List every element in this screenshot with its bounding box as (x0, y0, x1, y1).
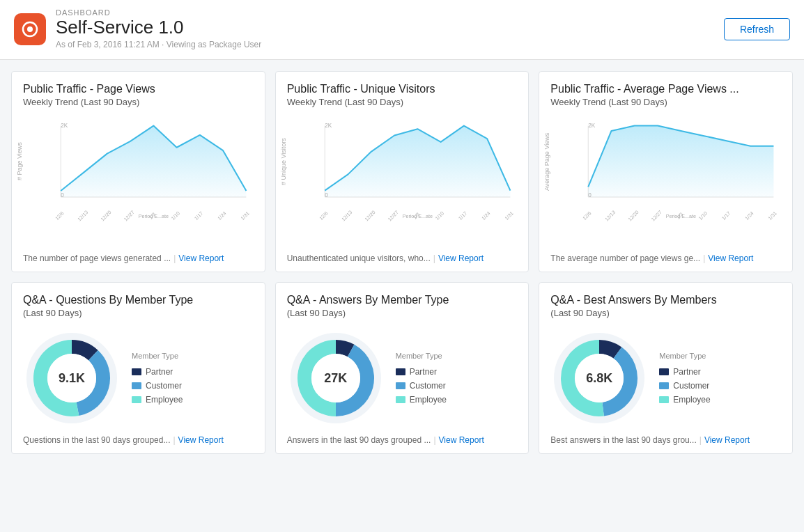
legend-title: Member Type (659, 352, 710, 360)
svg-text:12/27: 12/27 (651, 210, 663, 222)
card-footer: The number of page views generated ... |… (23, 253, 254, 263)
card-footer: The average number of page views ge... |… (550, 253, 781, 263)
donut-wrapper: 6.8K (550, 329, 648, 427)
svg-text:12/20: 12/20 (364, 210, 376, 222)
legend-item: Employee (132, 395, 183, 405)
legend-title: Member Type (132, 352, 183, 360)
footer-text: The average number of page views ge... (550, 253, 700, 263)
card-footer: Unauthenticated unique visitors, who... … (287, 253, 518, 263)
svg-text:12/27: 12/27 (123, 210, 135, 222)
card-qa_answers: Q&A - Answers By Member Type (Last 90 Da… (275, 282, 529, 454)
dashboard-grid: Public Traffic - Page Views Weekly Trend… (0, 60, 804, 465)
card-title: Q&A - Answers By Member Type (287, 294, 518, 306)
dashboard-label: DASHBOARD (56, 8, 261, 17)
footer-text: Best answers in the last 90 days grou... (550, 435, 696, 445)
donut-wrapper: 9.1K (23, 329, 121, 427)
footer-separator: | (433, 435, 435, 445)
svg-text:1/17: 1/17 (721, 211, 732, 222)
dashboard-meta: As of Feb 3, 2016 11:21 AM · Viewing as … (56, 40, 261, 49)
line-chart-svg: 12/612/1312/2012/271/31/101/171/241/31 2… (54, 113, 254, 224)
donut-center-value: 6.8K (586, 371, 612, 386)
y-axis-label: # Unique Visitors (280, 120, 287, 203)
legend-swatch (396, 396, 405, 403)
svg-text:12/13: 12/13 (77, 210, 89, 222)
svg-text:1/17: 1/17 (457, 211, 468, 222)
refresh-button[interactable]: Refresh (724, 18, 790, 40)
footer-text: The number of page views generated ... (23, 253, 171, 263)
donut-legend: Member Type Partner Customer Employee (132, 352, 183, 405)
svg-text:1/17: 1/17 (194, 211, 205, 222)
legend-label: Employee (146, 395, 183, 405)
y-axis-label: # Page Views (16, 120, 23, 203)
legend-swatch (659, 368, 669, 375)
donut-center-value: 9.1K (59, 371, 85, 386)
legend-swatch (396, 382, 405, 389)
view-report-link[interactable]: View Report (439, 435, 484, 445)
view-report-link[interactable]: View Report (708, 253, 753, 263)
line-chart-outer: # Unique Visitors 12/612/1312/2012/271/3… (287, 113, 518, 248)
card-footer: Answers in the last 90 days grouped ... … (287, 435, 518, 445)
legend-title: Member Type (396, 352, 447, 360)
card-subtitle: Weekly Trend (Last 90 Days) (23, 97, 254, 107)
svg-text:Period E...ate: Period E...ate (402, 214, 432, 219)
footer-separator: | (173, 435, 175, 445)
footer-separator: | (699, 435, 702, 445)
svg-text:0: 0 (325, 192, 328, 198)
legend-item: Customer (132, 381, 183, 391)
footer-text: Answers in the last 90 days grouped ... (287, 435, 431, 445)
legend-label: Customer (673, 381, 709, 391)
card-avg_pageviews: Public Traffic - Average Page Views ... … (539, 71, 793, 272)
svg-text:12/6: 12/6 (318, 211, 330, 222)
svg-text:1/24: 1/24 (744, 211, 755, 222)
card-subtitle: Weekly Trend (Last 90 Days) (550, 97, 781, 107)
svg-text:12/20: 12/20 (628, 210, 640, 222)
svg-text:12/20: 12/20 (100, 210, 112, 222)
header-title-block: DASHBOARD Self-Service 1.0 As of Feb 3, … (56, 8, 261, 49)
legend-item: Partner (659, 367, 710, 377)
donut-center-value: 27K (324, 371, 347, 386)
card-subtitle: (Last 90 Days) (23, 308, 254, 318)
svg-text:Period E...ate: Period E...ate (666, 214, 696, 219)
card-title: Q&A - Best Answers By Members (550, 294, 781, 306)
svg-text:1/10: 1/10 (434, 211, 445, 222)
line-chart-outer: Average Page Views 12/612/1312/2012/271/… (550, 113, 781, 248)
legend-item: Employee (396, 395, 447, 405)
y-axis-label: Average Page Views (543, 120, 550, 203)
footer-separator: | (433, 253, 435, 263)
card-unique_visitors: Public Traffic - Unique Visitors Weekly … (275, 71, 529, 272)
card-qa_questions: Q&A - Questions By Member Type (Last 90 … (11, 282, 265, 454)
view-report-link[interactable]: View Report (704, 435, 750, 445)
card-subtitle: Weekly Trend (Last 90 Days) (287, 97, 518, 107)
donut-section: 27K Member Type Partner Customer Employe… (287, 324, 518, 432)
legend-item: Customer (659, 381, 710, 391)
legend-label: Partner (673, 367, 700, 377)
legend-swatch (132, 382, 141, 389)
footer-separator: | (703, 253, 705, 263)
svg-text:0: 0 (61, 192, 64, 198)
legend-label: Customer (146, 381, 182, 391)
svg-text:12/13: 12/13 (341, 210, 353, 222)
svg-marker-34 (589, 126, 774, 197)
card-title: Public Traffic - Unique Visitors (287, 83, 518, 95)
legend-swatch (396, 368, 405, 375)
svg-text:12/6: 12/6 (582, 211, 593, 222)
card-subtitle: (Last 90 Days) (287, 308, 518, 318)
legend-label: Partner (410, 367, 437, 377)
svg-text:0: 0 (589, 192, 592, 198)
svg-text:12/6: 12/6 (54, 211, 65, 222)
legend-label: Employee (410, 395, 447, 405)
legend-swatch (132, 368, 141, 375)
view-report-link[interactable]: View Report (178, 253, 224, 263)
legend-swatch (659, 396, 669, 403)
legend-swatch (132, 396, 141, 403)
svg-text:1/31: 1/31 (504, 211, 515, 222)
svg-text:12/27: 12/27 (387, 210, 399, 222)
footer-separator: | (173, 253, 176, 263)
donut-section: 6.8K Member Type Partner Customer Employ… (550, 324, 781, 432)
footer-text: Questions in the last 90 days grouped... (23, 435, 170, 445)
view-report-link[interactable]: View Report (178, 435, 224, 445)
view-report-link[interactable]: View Report (438, 253, 484, 263)
svg-text:2K: 2K (61, 123, 68, 129)
svg-text:1/24: 1/24 (481, 211, 492, 222)
card-subtitle: (Last 90 Days) (550, 308, 781, 318)
